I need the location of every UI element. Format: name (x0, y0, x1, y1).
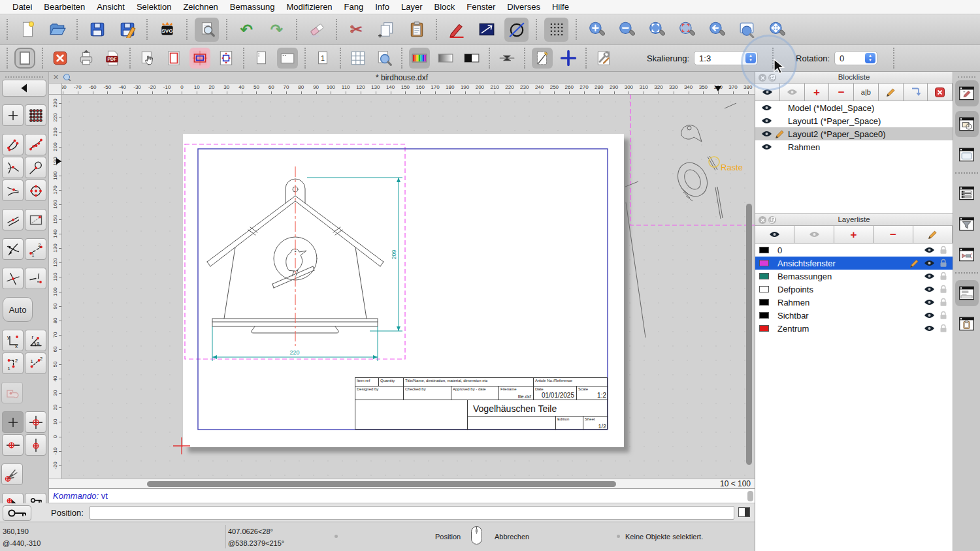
save-file-as-button[interactable] (115, 18, 139, 42)
multi-page-mode-button[interactable] (348, 48, 368, 69)
command-history[interactable]: Kommando: vt (49, 488, 755, 503)
restrict-vertical-button[interactable] (25, 434, 46, 456)
drawing-canvas[interactable]: 209 220 Item ref Quantity Title/Name, de… (62, 95, 755, 479)
layer-row[interactable]: Rahmen (755, 296, 953, 309)
menu-datei[interactable]: Datei (7, 2, 38, 12)
viewport-panel-button[interactable] (955, 142, 979, 168)
full-color-mode-button[interactable] (409, 48, 430, 69)
print-settings-button[interactable] (593, 48, 614, 69)
snap-free-button[interactable] (2, 104, 24, 126)
portrait-orientation-button[interactable] (251, 48, 272, 69)
eye-icon[interactable] (924, 259, 935, 267)
print-preview-button[interactable] (195, 18, 219, 42)
copy-button[interactable] (374, 18, 399, 42)
crosshair-offset-button[interactable] (558, 48, 579, 69)
eye-icon[interactable] (924, 324, 935, 332)
snap-center-button[interactable] (25, 180, 46, 201)
zoom-to-page-button[interactable] (374, 48, 395, 69)
layer-row[interactable]: Ansichtsfenster (755, 257, 953, 270)
eye-icon[interactable] (759, 143, 774, 151)
horizontal-scrollbar[interactable]: 10 < 100 (49, 479, 755, 488)
menu-modifizieren[interactable]: Modifizieren (281, 2, 338, 12)
stepper-icon[interactable]: ▲▼ (865, 53, 875, 63)
lock-icon[interactable] (939, 272, 947, 281)
zoom-out-button[interactable] (614, 18, 638, 42)
coordinate-polar-button[interactable]: ra (25, 330, 46, 351)
layer-row[interactable]: 0 (755, 244, 953, 257)
vertical-scrollbar[interactable] (746, 204, 752, 465)
undo-button[interactable]: ↶ (235, 18, 259, 42)
single-page-mode-button[interactable]: 1 (312, 48, 333, 69)
property-editor-panel-button[interactable] (955, 80, 979, 106)
eye-icon[interactable] (759, 130, 774, 138)
menu-block[interactable]: Block (428, 2, 461, 12)
lock-icon[interactable] (939, 245, 947, 255)
filter-panel-button[interactable] (955, 211, 979, 237)
snap-grid-button[interactable] (25, 104, 46, 126)
toolbar-back-button[interactable] (2, 80, 46, 97)
eye-icon[interactable] (924, 311, 935, 319)
menu-diverses[interactable]: Diverses (501, 2, 546, 12)
eraser-button[interactable] (304, 18, 329, 42)
command-input[interactable] (90, 506, 734, 520)
snap-intersection-button[interactable] (2, 268, 24, 289)
page-borders-button[interactable] (163, 48, 184, 69)
add-block-button[interactable]: + (805, 84, 830, 101)
relative-zero-marker-button[interactable] (25, 411, 46, 433)
selection-views-panel-button[interactable] (955, 111, 979, 137)
snap-tangential-button[interactable] (25, 157, 46, 178)
print-button[interactable] (76, 48, 97, 69)
new-file-button[interactable] (15, 18, 39, 42)
eye-icon[interactable] (924, 246, 935, 254)
clipboard-panel-button[interactable] (955, 311, 979, 337)
layer-row[interactable]: Bemassungen (755, 270, 953, 283)
snap-nearest-button[interactable] (2, 180, 24, 201)
lock-relative-zero-button[interactable] (3, 505, 31, 521)
show-layer-button[interactable] (755, 226, 794, 243)
paste-button[interactable] (404, 18, 429, 42)
horizontal-scrollbar-thumb[interactable] (147, 481, 616, 487)
menu-layer[interactable]: Layer (395, 2, 429, 12)
menu-info[interactable]: Info (369, 2, 395, 12)
toolbar-handle[interactable] (5, 73, 43, 78)
block-row[interactable]: Rahmen (755, 140, 953, 153)
eye-icon[interactable] (924, 285, 935, 293)
menu-bearbeiten[interactable]: Bearbeiten (38, 2, 91, 12)
snap-points-on-entity-button[interactable] (25, 134, 46, 155)
coordinate-cartesian-button[interactable]: yx (2, 330, 24, 351)
menu-fenster[interactable]: Fenster (461, 2, 501, 12)
menu-hilfe[interactable]: Hilfe (546, 2, 575, 12)
block-list-panel-button[interactable] (955, 180, 979, 206)
remove-block-button[interactable]: − (829, 84, 854, 101)
snap-distances-button[interactable]: 12 (25, 238, 46, 260)
remove-layer-button[interactable]: − (874, 226, 913, 243)
fit-drawing-to-page-button[interactable] (216, 48, 237, 69)
lock-icon[interactable] (939, 298, 947, 307)
cut-button[interactable]: ✂ (344, 18, 368, 42)
red-pencil-button[interactable] (444, 18, 468, 42)
redo-button[interactable]: ↷ (265, 18, 289, 42)
command-line-panel-button[interactable] (955, 280, 979, 306)
pdf-export-button[interactable]: PDF (102, 48, 123, 69)
lineweight-scale-button[interactable] (497, 48, 517, 69)
snap-auto-intersection-button[interactable] (2, 238, 24, 260)
menu-fang[interactable]: Fang (338, 2, 370, 12)
draft-mode-button[interactable] (532, 48, 553, 69)
menu-ansicht[interactable]: Ansicht (91, 2, 131, 12)
landscape-orientation-button[interactable] (277, 48, 298, 69)
strip-handle[interactable] (958, 74, 975, 78)
menu-zeichnen[interactable]: Zeichnen (177, 2, 223, 12)
restrict-horizontal-button[interactable] (2, 434, 24, 456)
relative-polar-button[interactable]: 12 (25, 353, 46, 374)
page-settings-button[interactable] (14, 48, 35, 69)
rename-block-button[interactable]: a|b (854, 84, 879, 101)
hide-layer-button[interactable] (794, 226, 834, 243)
lock-icon[interactable] (939, 259, 947, 268)
distance-arrow-button[interactable] (474, 18, 498, 42)
open-file-button[interactable] (45, 18, 69, 42)
grid-dots-button[interactable] (544, 18, 568, 42)
edit-layer-button[interactable] (913, 226, 953, 243)
toggle-command-window-icon[interactable] (738, 507, 750, 517)
add-layer-button[interactable]: + (834, 226, 874, 243)
snap-restrict-button[interactable] (25, 268, 46, 289)
